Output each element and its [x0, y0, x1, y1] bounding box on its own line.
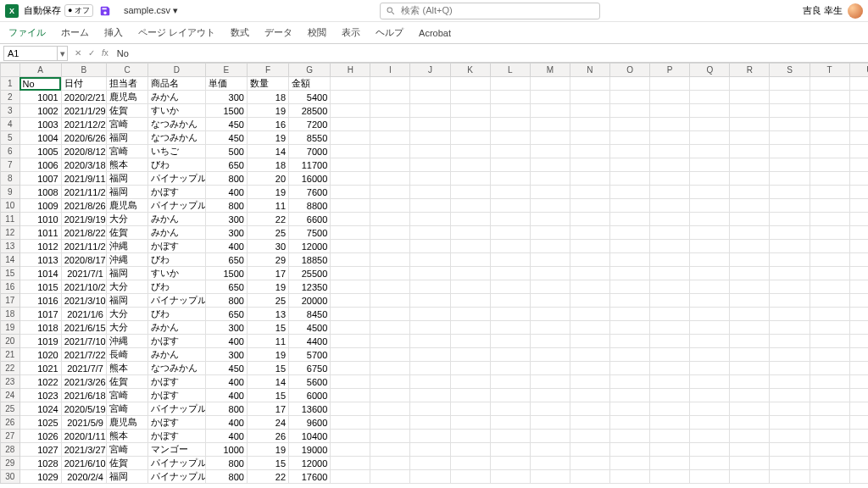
cell[interactable] — [410, 213, 450, 226]
cell[interactable]: 1500 — [205, 267, 247, 280]
cell[interactable] — [490, 77, 530, 91]
cell[interactable] — [690, 118, 730, 131]
cell[interactable] — [331, 389, 370, 402]
cell[interactable] — [570, 91, 609, 104]
cell[interactable] — [490, 443, 530, 457]
cell[interactable]: 9600 — [289, 416, 331, 430]
cell[interactable] — [331, 172, 370, 186]
cell[interactable] — [331, 321, 370, 335]
cell[interactable]: 650 — [205, 158, 247, 172]
cell[interactable]: 22 — [247, 470, 288, 484]
cell[interactable] — [730, 77, 770, 91]
cell[interactable] — [450, 402, 490, 416]
cell[interactable]: 1027 — [19, 443, 61, 457]
cell[interactable] — [650, 118, 690, 131]
cell[interactable] — [810, 253, 849, 267]
row-header[interactable]: 22 — [1, 362, 20, 375]
cell[interactable] — [370, 443, 410, 457]
ribbon-tab-データ[interactable]: データ — [263, 23, 294, 42]
search-input[interactable]: 検索 (Alt+Q) — [380, 3, 600, 19]
cell[interactable] — [770, 416, 810, 430]
cell[interactable] — [331, 267, 370, 280]
cell[interactable] — [849, 253, 868, 267]
cell[interactable]: 1023 — [19, 389, 61, 402]
cell[interactable] — [610, 186, 650, 199]
col-header-K[interactable]: K — [450, 64, 490, 77]
cell[interactable]: 4400 — [289, 335, 331, 348]
cell[interactable] — [810, 199, 849, 213]
cell[interactable] — [810, 443, 849, 457]
cell[interactable]: 2021/8/22 — [61, 226, 106, 240]
cell[interactable] — [530, 118, 570, 131]
cell[interactable] — [690, 267, 730, 280]
cell[interactable] — [690, 158, 730, 172]
cell[interactable] — [810, 348, 849, 362]
cell[interactable] — [331, 199, 370, 213]
cell[interactable]: 大分 — [106, 213, 147, 226]
cell[interactable] — [331, 104, 370, 118]
cell[interactable] — [810, 145, 849, 158]
cell[interactable] — [490, 280, 530, 294]
col-header-R[interactable]: R — [730, 64, 770, 77]
cell[interactable] — [370, 213, 410, 226]
cell[interactable] — [530, 416, 570, 430]
row-header[interactable]: 1 — [1, 77, 20, 91]
cell[interactable]: 8800 — [289, 199, 331, 213]
cell[interactable] — [770, 131, 810, 145]
cell[interactable] — [650, 389, 690, 402]
cell[interactable] — [370, 348, 410, 362]
cell[interactable] — [610, 267, 650, 280]
cell[interactable]: 2021/7/10 — [61, 335, 106, 348]
cell[interactable] — [410, 267, 450, 280]
cell[interactable]: 沖縄 — [106, 240, 147, 253]
cell[interactable] — [849, 348, 868, 362]
cell[interactable]: かぼす — [148, 416, 206, 430]
cell[interactable] — [450, 294, 490, 308]
cell[interactable] — [849, 362, 868, 375]
row-header[interactable]: 3 — [1, 104, 20, 118]
cell[interactable] — [610, 335, 650, 348]
cell[interactable]: 17 — [247, 267, 288, 280]
cell[interactable] — [331, 186, 370, 199]
cell[interactable] — [610, 362, 650, 375]
cell[interactable]: 宮崎 — [106, 402, 147, 416]
formula-input[interactable]: No — [110, 48, 868, 58]
cell[interactable] — [770, 145, 810, 158]
cell[interactable] — [331, 240, 370, 253]
cell[interactable]: 14 — [247, 145, 288, 158]
cell[interactable] — [370, 77, 410, 91]
cell[interactable] — [570, 186, 609, 199]
cell[interactable] — [331, 158, 370, 172]
ribbon-tab-ヘルプ[interactable]: ヘルプ — [374, 23, 405, 42]
cell[interactable] — [331, 131, 370, 145]
row-header[interactable]: 18 — [1, 308, 20, 321]
cell[interactable] — [690, 348, 730, 362]
cell[interactable] — [770, 389, 810, 402]
row-header[interactable]: 2 — [1, 91, 20, 104]
cell[interactable] — [810, 416, 849, 430]
cell[interactable]: 2020/6/26 — [61, 131, 106, 145]
cell[interactable] — [610, 253, 650, 267]
cell[interactable] — [410, 199, 450, 213]
cell[interactable] — [730, 253, 770, 267]
cell[interactable]: 2021/3/26 — [61, 375, 106, 389]
cell[interactable]: 400 — [205, 186, 247, 199]
row-header[interactable]: 5 — [1, 131, 20, 145]
cell[interactable] — [650, 308, 690, 321]
cell[interactable] — [370, 308, 410, 321]
cell[interactable] — [410, 348, 450, 362]
cell[interactable] — [331, 294, 370, 308]
cell[interactable] — [849, 118, 868, 131]
cell[interactable]: 15 — [247, 389, 288, 402]
cell[interactable]: 19000 — [289, 443, 331, 457]
cell[interactable]: 26 — [247, 430, 288, 443]
cell[interactable]: みかん — [148, 226, 206, 240]
cell[interactable] — [730, 375, 770, 389]
cell[interactable] — [570, 226, 609, 240]
cell[interactable] — [650, 457, 690, 470]
row-header[interactable]: 13 — [1, 240, 20, 253]
cell[interactable]: 2021/5/9 — [61, 416, 106, 430]
cell[interactable] — [730, 240, 770, 253]
cell[interactable] — [370, 430, 410, 443]
cell[interactable] — [490, 91, 530, 104]
